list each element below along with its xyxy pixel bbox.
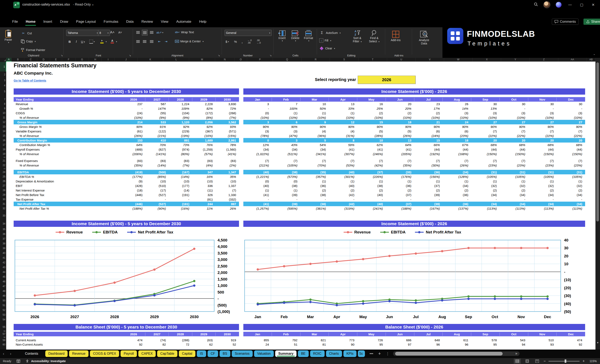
cell-value[interactable]: (78%) xyxy=(243,134,272,137)
sheet-tab-cogs-opex[interactable]: COGS & OPEX xyxy=(90,350,119,357)
delete-cells-button[interactable]: Delete▾ xyxy=(289,30,301,42)
column-header-cell[interactable]: 2029 xyxy=(192,332,216,336)
copy-button[interactable]: Copy▾ xyxy=(21,39,36,43)
cell-value[interactable]: 90% xyxy=(357,125,386,128)
cell-value[interactable]: (211%) xyxy=(243,164,272,167)
cell-value[interactable]: (122) xyxy=(145,129,169,133)
row-header-26[interactable]: 26 xyxy=(0,179,6,183)
cell-value[interactable]: 90% xyxy=(414,125,443,128)
row-header-31[interactable]: 31 xyxy=(0,202,6,206)
cell-value[interactable]: 336 xyxy=(192,184,216,188)
cell-value[interactable]: (61) xyxy=(122,129,145,133)
cell-value[interactable]: 90 xyxy=(329,343,357,346)
row-header-15[interactable]: 15 xyxy=(0,133,6,138)
cell-value[interactable]: 59% xyxy=(329,143,357,147)
cell-value[interactable]: - xyxy=(414,198,443,201)
cell-value[interactable]: (113%) xyxy=(528,207,557,210)
cell-value[interactable]: 27 xyxy=(557,120,585,124)
cell-value[interactable]: 855 xyxy=(243,338,272,342)
cell-value[interactable]: - xyxy=(357,198,386,201)
cell-value[interactable]: 62 xyxy=(192,343,216,346)
cell-value[interactable]: 3,830 xyxy=(216,102,239,106)
column-header-O[interactable]: O xyxy=(235,58,247,62)
cell-value[interactable]: (595%) xyxy=(272,207,300,210)
cell-value[interactable]: 95 xyxy=(471,343,500,346)
cell-value[interactable]: 237 xyxy=(122,102,145,106)
cell-value[interactable]: (36) xyxy=(386,184,414,188)
cell-value[interactable]: 43% xyxy=(272,143,300,147)
cell-value[interactable]: (341%) xyxy=(300,152,329,156)
cell-value[interactable]: (167%) xyxy=(414,207,443,210)
column-header-T[interactable]: T xyxy=(358,58,387,62)
align-center-icon[interactable] xyxy=(142,39,147,44)
cell-value[interactable]: (150%) xyxy=(528,152,557,156)
cell-value[interactable]: (177%) xyxy=(122,175,145,179)
cell-value[interactable]: 92% xyxy=(192,125,216,128)
cell-value[interactable]: (7) xyxy=(471,159,500,163)
cell-value[interactable]: - xyxy=(243,107,272,110)
cell-value[interactable]: 997 xyxy=(216,202,239,206)
row-header-50[interactable]: 50 xyxy=(0,298,6,303)
sheet-tab-is[interactable]: IS xyxy=(197,350,206,357)
cell-value[interactable]: 96 xyxy=(443,343,471,346)
row-header-41[interactable]: 41 xyxy=(0,255,6,260)
cell-value[interactable]: 90% xyxy=(500,125,528,128)
cell-value[interactable]: (26%) xyxy=(386,134,414,137)
cell-value[interactable]: 20 xyxy=(386,102,414,106)
cell-value[interactable]: 68% xyxy=(557,143,585,147)
column-header-S[interactable]: S xyxy=(330,58,358,62)
row-label[interactable]: Gross Margin % xyxy=(14,125,122,128)
table-of-contents-link[interactable]: Go to Table of Contents xyxy=(14,79,46,82)
cell-value[interactable]: 90% xyxy=(272,125,300,128)
paste-button[interactable]: Paste▾ xyxy=(5,29,12,44)
cell-value[interactable]: (2) xyxy=(357,189,386,192)
cell-value[interactable]: (39) xyxy=(414,202,443,206)
cell-value[interactable]: (1,560) xyxy=(216,148,239,151)
cell-value[interactable]: (1) xyxy=(272,111,300,115)
cell-value[interactable]: (226%) xyxy=(357,175,386,179)
cell-value[interactable]: (7) xyxy=(329,159,357,163)
column-header-cell[interactable]: 2028 xyxy=(169,98,192,101)
menu-item-automate[interactable]: Automate xyxy=(176,18,192,25)
cell-value[interactable]: 72% xyxy=(216,107,239,110)
cell-value[interactable]: (34) xyxy=(471,202,500,206)
cell-value[interactable]: (23%) xyxy=(528,164,557,167)
column-header-E[interactable]: E xyxy=(50,58,62,62)
cell-value[interactable]: 214 xyxy=(122,120,145,124)
cell-value[interactable]: (10%) xyxy=(414,116,443,119)
column-header-cell[interactable]: Oct xyxy=(500,332,528,336)
cell-value[interactable]: 27 xyxy=(528,120,557,124)
cell-value[interactable]: (527) xyxy=(145,202,169,206)
row-header-19[interactable]: 19 xyxy=(0,152,6,156)
column-header-cell[interactable]: Mar xyxy=(300,98,329,101)
cell-value[interactable]: (34) xyxy=(528,202,557,206)
cell-value[interactable]: (3) xyxy=(557,111,585,115)
row-header-42[interactable]: 42 xyxy=(0,260,6,265)
cell-value[interactable]: (23%) xyxy=(443,134,471,137)
cell-value[interactable]: (10) xyxy=(192,180,216,183)
cell-value[interactable]: 153 xyxy=(122,139,145,142)
row-header-24[interactable]: 24 xyxy=(0,170,6,174)
cell-value[interactable]: (30%) xyxy=(414,164,443,167)
cell-value[interactable]: (26%) xyxy=(443,164,471,167)
cell-value[interactable]: (150%) xyxy=(471,152,500,156)
cell-value[interactable]: 35% xyxy=(216,175,239,179)
cell-value[interactable]: (3) xyxy=(471,111,500,115)
cell-value[interactable]: 13 xyxy=(329,102,357,106)
cell-value[interactable]: (1,259) xyxy=(192,148,216,151)
cell-value[interactable]: 27 xyxy=(471,120,500,124)
clear-button[interactable]: Clear▾ xyxy=(319,47,335,50)
user-avatar[interactable] xyxy=(543,1,550,8)
row-header-32[interactable]: 32 xyxy=(0,206,6,211)
cell-value[interactable]: (156%) xyxy=(414,175,443,179)
column-header-cell[interactable]: Jun xyxy=(386,98,414,101)
cell-value[interactable]: (510) xyxy=(145,184,169,188)
number-dialog-launcher[interactable]: ↘ xyxy=(270,54,272,57)
fill-button[interactable]: ↓Fill▾ xyxy=(319,38,331,43)
row-header-53[interactable]: 53 xyxy=(0,312,6,317)
cell-value[interactable]: 92% xyxy=(169,125,192,128)
cell-value[interactable]: 91% xyxy=(145,125,169,128)
cell-value[interactable]: 410 xyxy=(145,139,169,142)
cell-value[interactable]: 90% xyxy=(528,125,557,128)
cell-value[interactable]: (44) xyxy=(528,148,557,151)
